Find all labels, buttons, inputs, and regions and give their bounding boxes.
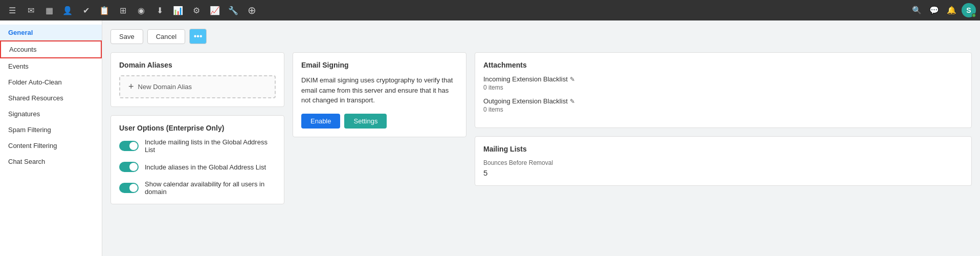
incoming-blacklist-section: Incoming Extension Blacklist ✎ 0 items <box>483 75 963 91</box>
incoming-blacklist-title: Incoming Extension Blacklist ✎ <box>483 75 963 83</box>
sidebar-item-shared-resources[interactable]: Shared Resources <box>0 90 102 106</box>
mailing-lists-title: Mailing Lists <box>483 145 963 153</box>
avatar[interactable]: S <box>962 3 976 17</box>
outgoing-blacklist-section: Outgoing Extension Blacklist ✎ 0 items <box>483 97 963 113</box>
stats-icon[interactable]: 📈 <box>207 2 223 18</box>
left-column: Domain Aliases + New Domain Alias User O… <box>110 52 284 204</box>
download-icon[interactable]: ⬇ <box>151 2 168 18</box>
tasks-icon[interactable]: ✔ <box>78 2 94 18</box>
bounces-label: Bounces Before Removal <box>483 159 963 166</box>
sidebar-item-chat-search[interactable]: Chat Search <box>0 154 102 169</box>
more-options-button[interactable]: ••• <box>189 29 207 44</box>
aliases-label: Include aliases in the Global Address Li… <box>145 163 266 171</box>
settings-icon[interactable]: ⚙ <box>188 2 205 18</box>
email-signing-title: Email Signing <box>301 61 458 69</box>
user-options-title: User Options (Enterprise Only) <box>119 124 276 132</box>
add-icon[interactable]: ⊕ <box>243 2 260 18</box>
contacts-icon[interactable]: 👤 <box>59 2 76 18</box>
calendar-icon[interactable]: ▦ <box>41 2 57 18</box>
sidebar: General Accounts Events Folder Auto-Clea… <box>0 20 102 256</box>
mailing-lists-label: Include mailing lists in the Global Addr… <box>145 138 276 154</box>
topbar-right: 🔍 💬 🔔 S <box>909 3 976 17</box>
notifications-icon[interactable]: 🔔 <box>944 3 959 17</box>
chat-icon[interactable]: 💬 <box>927 3 941 17</box>
add-plus-icon: + <box>128 81 134 92</box>
mail-icon[interactable]: ✉ <box>23 2 39 18</box>
content-area: Save Cancel ••• Domain Aliases + New Dom… <box>102 20 980 256</box>
settings-button[interactable]: Settings <box>344 114 387 129</box>
calendar-label: Show calendar availability for all users… <box>145 180 276 196</box>
sidebar-item-general[interactable]: General <box>0 25 102 40</box>
avatar-status-dot <box>972 13 976 17</box>
aliases-toggle[interactable] <box>119 162 139 172</box>
bounces-value: 5 <box>483 168 963 177</box>
rss-icon[interactable]: ◉ <box>133 2 149 18</box>
topbar: ☰ ✉ ▦ 👤 ✔ 📋 ⊞ ◉ ⬇ 📊 ⚙ 📈 🔧 ⊕ 🔍 💬 🔔 S <box>0 0 980 20</box>
email-signing-description: DKIM email signing uses cryptography to … <box>301 75 458 105</box>
incoming-blacklist-count: 0 items <box>483 84 963 91</box>
toggle-row-mailing-lists: Include mailing lists in the Global Addr… <box>119 138 276 154</box>
sidebar-item-folder-auto-clean[interactable]: Folder Auto-Clean <box>0 74 102 90</box>
sidebar-item-spam-filtering[interactable]: Spam Filtering <box>0 122 102 138</box>
cards-grid: Domain Aliases + New Domain Alias User O… <box>110 52 972 204</box>
sidebar-item-events[interactable]: Events <box>0 58 102 74</box>
toolbar: Save Cancel ••• <box>110 29 972 44</box>
menu-icon[interactable]: ☰ <box>4 2 20 18</box>
attachments-card: Attachments Incoming Extension Blacklist… <box>475 52 972 128</box>
email-signing-buttons: Enable Settings <box>301 114 458 129</box>
outgoing-edit-icon[interactable]: ✎ <box>570 98 575 105</box>
enable-button[interactable]: Enable <box>301 114 340 129</box>
mailing-lists-toggle[interactable] <box>119 141 139 151</box>
charts-icon[interactable]: 📊 <box>170 2 186 18</box>
mailing-lists-card: Mailing Lists Bounces Before Removal 5 <box>475 136 972 186</box>
domain-aliases-card: Domain Aliases + New Domain Alias <box>110 52 284 107</box>
calendar-toggle[interactable] <box>119 183 139 193</box>
save-button[interactable]: Save <box>110 29 143 44</box>
sidebar-item-content-filtering[interactable]: Content Filtering <box>0 138 102 154</box>
sidebar-item-signatures[interactable]: Signatures <box>0 106 102 122</box>
groups-icon[interactable]: ⊞ <box>115 2 131 18</box>
user-options-card: User Options (Enterprise Only) Include m… <box>110 115 284 204</box>
attachments-title: Attachments <box>483 61 963 69</box>
sidebar-item-accounts[interactable]: Accounts <box>0 40 102 58</box>
cancel-button[interactable]: Cancel <box>147 29 185 44</box>
search-icon[interactable]: 🔍 <box>909 3 924 17</box>
incoming-edit-icon[interactable]: ✎ <box>570 76 575 83</box>
domain-aliases-title: Domain Aliases <box>119 61 276 69</box>
add-alias-label: New Domain Alias <box>138 83 192 91</box>
admin-icon[interactable]: 🔧 <box>225 2 241 18</box>
toggle-row-calendar: Show calendar availability for all users… <box>119 180 276 196</box>
outgoing-blacklist-title: Outgoing Extension Blacklist ✎ <box>483 97 963 105</box>
email-signing-card: Email Signing DKIM email signing uses cr… <box>293 52 466 137</box>
outgoing-blacklist-count: 0 items <box>483 106 963 113</box>
right-column: Attachments Incoming Extension Blacklist… <box>475 52 972 186</box>
add-domain-alias-button[interactable]: + New Domain Alias <box>119 75 276 98</box>
main-layout: General Accounts Events Folder Auto-Clea… <box>0 20 980 256</box>
notes-icon[interactable]: 📋 <box>96 2 113 18</box>
toggle-row-aliases: Include aliases in the Global Address Li… <box>119 162 276 172</box>
